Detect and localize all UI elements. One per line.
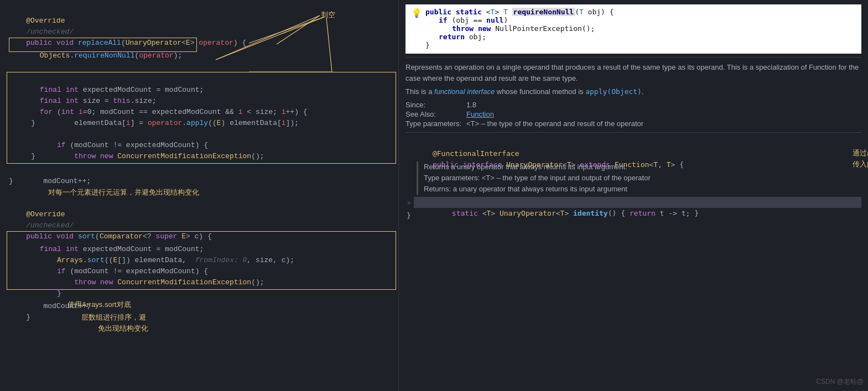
code-line-requirenonnull: Objects.requireNonNull(operator); (14, 39, 192, 50)
comment-unchecked1: /unchecked/ (26, 28, 74, 36)
doc-text-functional: This is a functional interface whose fun… (406, 86, 861, 97)
doc-see-value: Function (466, 110, 861, 118)
right-code-line1: public static <T> T requireNonNull(T obj… (425, 8, 614, 16)
right-code-line4: return obj; (425, 33, 614, 41)
right-annotation-pass: 传入的元运算 (853, 159, 868, 169)
code-modcount-inc1: modCount++; 对每一个元素进行元运算，并避免出现结构变化 (0, 165, 398, 176)
annotation-override1: @Override (26, 17, 65, 25)
require-nonnull-highlight: Objects.requireNonNull(operator); (9, 38, 197, 52)
separator1 (406, 57, 861, 58)
code-override2: @Override (0, 198, 398, 209)
right-code-line3: throw new NullPointerException(); (425, 24, 614, 33)
doc-type-label: Type parameters: (406, 119, 466, 128)
annotation-판공: 判空 (321, 10, 335, 20)
code-line-override1: @Override (0, 4, 398, 15)
right-doc-panel: 💡 public static <T> T requireNonNull(T o… (398, 0, 868, 391)
separator2 (406, 132, 861, 133)
csdn-watermark: CSDN @老蛙@ (816, 377, 864, 387)
code-identity-method: static <T> UnaryOperator<T> identity() {… (414, 197, 861, 208)
expand-icon[interactable]: ▶ (408, 199, 412, 206)
replaceall-logic-box: final int expectedModCount = modCount; f… (7, 72, 396, 164)
right-code-line5: } (425, 41, 614, 49)
doc-meta-grid: Since: 1.8 See Also: Function Type param… (406, 101, 861, 128)
doc-text-main: Represents an operation on a single oper… (406, 62, 861, 84)
annotation-sort-struct: 免出现结构变化 (98, 324, 148, 332)
code-functional-interface: @FunctionalInterface (406, 137, 861, 148)
right-code-section: @FunctionalInterface public interface Un… (406, 137, 861, 221)
annotation-per-element: 对每一个元素进行元运算，并避免出现结构变化 (48, 188, 199, 196)
left-code-panel: @Override /unchecked/ public void replac… (0, 0, 398, 391)
identity-method-row: ▶ static <T> UnaryOperator<T> identity()… (408, 197, 861, 208)
right-code-line2: if (obj == null) (425, 16, 614, 24)
code-if-modcount: if (modCount != expectedModCount) { (7, 129, 396, 140)
doc-description: Represents an operation on a single oper… (406, 62, 861, 97)
right-annotation-apply: 通过apply调用这里 (853, 148, 868, 158)
annotation-sort-avoid: 层数组进行排序，避 (81, 313, 146, 321)
doc-see-label: See Also: (406, 110, 466, 118)
see-also-link[interactable]: Function (466, 110, 494, 118)
identity-doc-text2: Type parameters: <T> – the type of the i… (424, 173, 861, 184)
doc-since-value: 1.8 (466, 101, 861, 109)
doc-since-label: Since: (406, 101, 466, 109)
code-expected-mod: final int expectedModCount = modCount; (7, 74, 396, 85)
doc-type-value: <T> – the type of the operand and result… (466, 119, 861, 128)
identity-doc-text3: Returns: a unary operator that always re… (424, 184, 861, 195)
right-top-code: 💡 public static <T> T requireNonNull(T o… (406, 4, 861, 54)
bulb-icon: 💡 (411, 8, 422, 18)
